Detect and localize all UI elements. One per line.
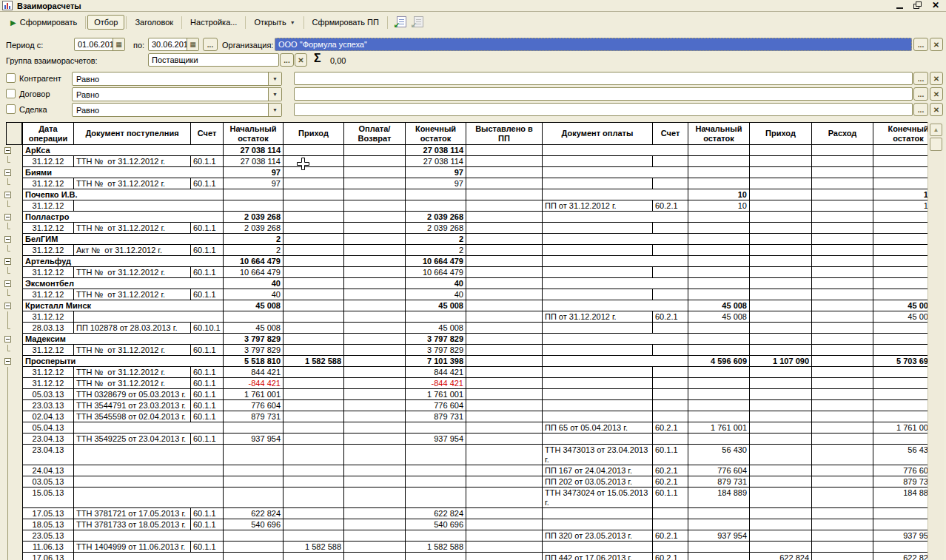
group-row[interactable]: БелГИМ22 bbox=[0, 234, 927, 245]
cell-doc-in[interactable] bbox=[74, 200, 224, 212]
tree-collapse-cell[interactable] bbox=[0, 145, 22, 156]
cell-income-in[interactable] bbox=[284, 465, 344, 476]
cell-income-in[interactable] bbox=[284, 212, 344, 223]
collapse-minus-icon[interactable] bbox=[4, 169, 11, 176]
cell-account-in[interactable]: 60.1.1 bbox=[191, 411, 224, 422]
cell-close-balance-in[interactable]: 1 582 588 bbox=[406, 542, 466, 553]
cell-income-in[interactable] bbox=[284, 530, 344, 542]
cell-payment-return[interactable] bbox=[344, 278, 406, 289]
cell-close-balance-in[interactable] bbox=[406, 200, 466, 212]
cell-close-balance-pay[interactable] bbox=[873, 378, 927, 389]
cell-open-balance-pay[interactable] bbox=[688, 542, 750, 553]
cell-doc-pay[interactable] bbox=[543, 519, 653, 530]
cell-income-in[interactable] bbox=[284, 267, 344, 278]
cell-group-name[interactable]: Артельфуд bbox=[22, 256, 224, 267]
cell-income-pay[interactable] bbox=[750, 178, 812, 189]
cell-income-in[interactable] bbox=[284, 256, 344, 267]
cell-expense-pay[interactable] bbox=[812, 411, 873, 422]
cell-close-balance-pay[interactable]: 879 731 bbox=[873, 476, 927, 488]
cell-open-balance-pay[interactable]: 184 889 bbox=[688, 488, 750, 508]
cell-open-balance-pay[interactable] bbox=[688, 223, 750, 234]
cell-open-balance-in[interactable]: 5 518 810 bbox=[224, 356, 284, 367]
cell-open-balance-pay[interactable]: 45 008 bbox=[688, 300, 750, 311]
cell-open-balance-in[interactable] bbox=[224, 465, 284, 476]
cell-income-in[interactable] bbox=[284, 278, 344, 289]
cell-expense-pay[interactable] bbox=[812, 356, 873, 367]
cell-open-balance-pay[interactable]: 937 954 bbox=[688, 530, 750, 542]
cell-expense-pay[interactable] bbox=[812, 553, 873, 560]
cell-close-balance-in[interactable]: 40 bbox=[406, 278, 466, 289]
cell-issued-pp[interactable] bbox=[466, 378, 543, 389]
cell-close-balance-pay[interactable] bbox=[873, 256, 927, 267]
cell-open-balance-in[interactable]: 2 039 268 bbox=[224, 212, 284, 223]
cell-close-balance-pay[interactable] bbox=[873, 519, 927, 530]
calendar-icon[interactable]: ▦ bbox=[187, 38, 198, 50]
cell-issued-pp[interactable] bbox=[466, 223, 543, 234]
cell-expense-pay[interactable] bbox=[812, 400, 873, 411]
cell-doc-in[interactable] bbox=[74, 311, 224, 323]
cell-payment-return[interactable] bbox=[344, 476, 406, 488]
cell-expense-pay[interactable] bbox=[812, 256, 873, 267]
cell-income-pay[interactable] bbox=[750, 289, 812, 300]
cell-account-pay[interactable]: 60.2.1 bbox=[653, 311, 688, 323]
cell-close-balance-pay[interactable] bbox=[873, 223, 927, 234]
cell-close-balance-in[interactable]: 1 761 001 bbox=[406, 389, 466, 400]
cell-expense-pay[interactable] bbox=[812, 389, 873, 400]
cell-open-balance-in[interactable]: 45 008 bbox=[224, 300, 284, 311]
filter-button[interactable]: Отбор bbox=[87, 15, 124, 30]
deal-pick-button[interactable]: ... bbox=[913, 103, 928, 116]
cell-open-balance-pay[interactable] bbox=[688, 400, 750, 411]
cell-payment-return[interactable] bbox=[344, 530, 406, 542]
cell-open-balance-in[interactable] bbox=[224, 189, 284, 200]
cell-expense-pay[interactable] bbox=[812, 145, 873, 156]
cell-open-balance-in[interactable]: 2 bbox=[224, 245, 284, 256]
restore-icon[interactable] bbox=[913, 1, 922, 10]
cell-account-pay[interactable] bbox=[653, 289, 688, 300]
tree-collapse-cell[interactable] bbox=[0, 189, 22, 200]
cell-doc-pay[interactable]: ПП 202 от 03.05.2013 г. bbox=[543, 476, 653, 488]
cell-income-in[interactable] bbox=[284, 411, 344, 422]
cell-income-pay[interactable] bbox=[750, 167, 812, 178]
cell-doc-pay[interactable]: ПП от 31.12.2012 г. bbox=[543, 200, 653, 212]
detail-row[interactable]: 18.05.13ТТН 3781733 от 18.05.2013 г.60.1… bbox=[0, 519, 927, 530]
cell-open-balance-in[interactable]: 844 421 bbox=[224, 367, 284, 378]
cell-date[interactable]: 31.12.12 bbox=[22, 345, 74, 356]
cell-account-in[interactable]: 60.1.1 bbox=[191, 434, 224, 445]
cell-open-balance-pay[interactable]: 4 596 609 bbox=[688, 356, 750, 367]
cell-income-pay[interactable] bbox=[750, 445, 812, 465]
cell-account-pay[interactable] bbox=[653, 542, 688, 553]
detail-row[interactable]: 23.04.13ТТН 3473013 от 23.04.2013 г. (во… bbox=[0, 445, 927, 465]
cell-close-balance-in[interactable]: 97 bbox=[406, 178, 466, 189]
cell-close-balance-in[interactable]: 45 008 bbox=[406, 323, 466, 334]
cell-payment-return[interactable] bbox=[344, 508, 406, 519]
collapse-minus-icon[interactable] bbox=[4, 303, 11, 309]
organization-pick-button[interactable]: ... bbox=[913, 38, 928, 51]
cell-expense-pay[interactable] bbox=[812, 542, 873, 553]
cell-income-in[interactable] bbox=[284, 334, 344, 345]
cell-account-pay[interactable] bbox=[653, 323, 688, 334]
cell-payment-return[interactable] bbox=[344, 200, 406, 212]
contract-checkbox[interactable] bbox=[6, 89, 16, 98]
cell-date[interactable]: 31.12.12 bbox=[22, 156, 74, 167]
cell-income-pay[interactable] bbox=[750, 212, 812, 223]
cell-close-balance-in[interactable]: -844 421 bbox=[406, 378, 466, 389]
cell-issued-pp[interactable] bbox=[466, 278, 543, 289]
detail-row[interactable]: 31.12.12ТТН № от 31.12.2012 г.60.1.12 03… bbox=[0, 223, 927, 234]
cell-open-balance-in[interactable]: 622 824 bbox=[224, 508, 284, 519]
generate-pp-button[interactable]: Сфрмировать ПП bbox=[306, 15, 386, 30]
cell-account-pay[interactable] bbox=[653, 245, 688, 256]
cell-expense-pay[interactable] bbox=[812, 445, 873, 465]
cell-date[interactable]: 18.05.13 bbox=[22, 519, 74, 530]
cell-doc-in[interactable]: ТТН № от 31.12.2012 г. bbox=[74, 223, 191, 234]
cell-date[interactable]: 23.03.13 bbox=[22, 400, 74, 411]
cell-date[interactable]: 31.12.12 bbox=[22, 200, 74, 212]
cell-doc-pay[interactable] bbox=[543, 356, 688, 367]
detail-row[interactable]: 31.12.12ТТН № от 31.12.2012 г.60.1.110 6… bbox=[0, 267, 927, 278]
cell-doc-in[interactable] bbox=[74, 422, 224, 434]
cell-income-in[interactable] bbox=[284, 167, 344, 178]
cell-open-balance-pay[interactable] bbox=[688, 267, 750, 278]
organization-clear-button[interactable]: ✕ bbox=[930, 38, 943, 51]
cell-issued-pp[interactable] bbox=[466, 356, 543, 367]
cell-account-pay[interactable] bbox=[653, 378, 688, 389]
cell-open-balance-in[interactable]: 10 664 479 bbox=[224, 256, 284, 267]
